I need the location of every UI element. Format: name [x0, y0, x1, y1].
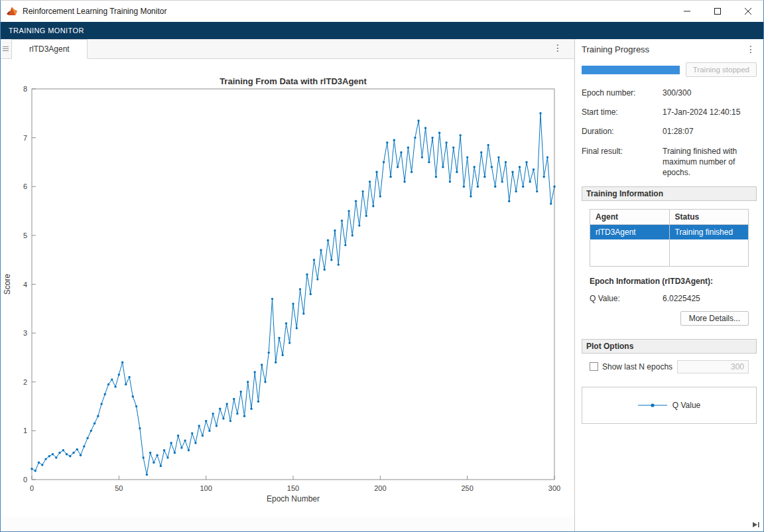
document-area: rlTD3Agent ⋮ 050100150200250300012345678… [1, 39, 575, 531]
agents-table: Agent Status rlTD3Agent Training finishe… [590, 209, 749, 267]
q-value-label: Q Value: [590, 294, 663, 303]
agents-table-header-row: Agent Status [590, 210, 749, 225]
svg-text:1: 1 [23, 427, 27, 434]
field-start-time: Start time: 17-Jan-2024 12:40:15 [582, 107, 757, 117]
show-last-n-epochs-checkbox[interactable] [590, 362, 598, 371]
toolstrip-tab-training-monitor[interactable]: TRAINING MONITOR [1, 22, 92, 39]
document-options-icon[interactable]: ⋮ [553, 43, 562, 52]
legend-entry-label: Q Value [672, 401, 700, 410]
maximize-button[interactable] [702, 1, 733, 22]
training-chart: 050100150200250300012345678Training From… [1, 59, 574, 517]
plot-options-content: Show last N epochs [582, 354, 757, 381]
legend-line-marker-icon [638, 402, 667, 409]
progress-fields: Epoch number: 300/300 Start time: 17-Jan… [582, 88, 757, 178]
svg-text:7: 7 [23, 134, 27, 142]
close-button[interactable] [733, 1, 763, 22]
more-details-button[interactable]: More Details... [680, 311, 749, 326]
agent-column-header: Agent [590, 210, 670, 225]
tab-label: rlTD3Agent [29, 44, 70, 54]
collapse-panel-icon[interactable] [751, 520, 761, 529]
progress-fill [582, 66, 680, 74]
field-epoch-number: Epoch number: 300/300 [582, 88, 757, 98]
svg-text:Epoch Number: Epoch Number [267, 494, 320, 503]
q-value-row: Q Value: 6.0225425 [590, 294, 749, 303]
svg-text:150: 150 [287, 484, 299, 492]
svg-text:0: 0 [23, 476, 27, 484]
training-information-header: Training Information [582, 186, 757, 201]
legend-box: Q Value [582, 387, 757, 424]
q-value: 6.0225425 [663, 294, 749, 303]
chart-document: 050100150200250300012345678Training From… [1, 59, 574, 517]
matlab-logo-icon [6, 6, 18, 17]
table-row[interactable]: rlTD3Agent Training finished [590, 225, 749, 240]
training-information-content: Agent Status rlTD3Agent Training finishe… [582, 201, 757, 334]
svg-text:Score: Score [3, 274, 12, 295]
epoch-information-label: Epoch Information (rlTD3Agent): [590, 277, 749, 286]
hamburger-icon[interactable] [3, 39, 12, 58]
tab-rltd3agent[interactable]: rlTD3Agent [11, 39, 88, 59]
training-progress-panel: Training Progress ⋮ Training stopped Epo… [575, 39, 763, 531]
window-title: Reinforcement Learning Training Monitor [23, 7, 166, 16]
panel-options-icon[interactable]: ⋮ [746, 44, 755, 54]
status-cell: Training finished [669, 225, 749, 240]
svg-text:4: 4 [23, 281, 27, 289]
show-last-n-epochs-label: Show last N epochs [602, 362, 672, 371]
minimize-button[interactable] [672, 1, 702, 22]
svg-text:8: 8 [23, 85, 27, 93]
table-empty-row [590, 239, 749, 266]
agent-cell: rlTD3Agent [590, 225, 670, 240]
svg-text:250: 250 [461, 484, 473, 492]
training-progress-bar [582, 66, 680, 74]
title-bar: Reinforcement Learning Training Monitor [1, 1, 763, 22]
svg-text:6: 6 [23, 182, 27, 190]
app-window: Reinforcement Learning Training Monitor … [0, 0, 764, 532]
field-duration: Duration: 01:28:07 [582, 126, 757, 137]
bottom-strip [1, 517, 574, 531]
svg-text:100: 100 [200, 484, 212, 492]
svg-text:3: 3 [23, 329, 27, 337]
tab-strip: rlTD3Agent ⋮ [1, 39, 574, 59]
svg-text:300: 300 [548, 484, 560, 492]
svg-text:5: 5 [23, 232, 27, 239]
svg-text:200: 200 [374, 484, 386, 492]
svg-text:0: 0 [30, 484, 34, 492]
plot-options-header: Plot Options [582, 339, 757, 354]
panel-header: Training Progress ⋮ [575, 39, 763, 57]
svg-text:2: 2 [23, 378, 27, 386]
panel-title: Training Progress [582, 44, 649, 54]
svg-text:Training From Data with rlTD3A: Training From Data with rlTD3Agent [220, 76, 367, 86]
svg-text:50: 50 [115, 484, 123, 492]
n-epochs-input[interactable] [677, 360, 749, 373]
training-stopped-button[interactable]: Training stopped [686, 62, 757, 77]
field-final-result: Final result: Training finished with max… [582, 146, 757, 178]
status-column-header: Status [669, 210, 749, 225]
toolstrip: TRAINING MONITOR [1, 22, 763, 39]
